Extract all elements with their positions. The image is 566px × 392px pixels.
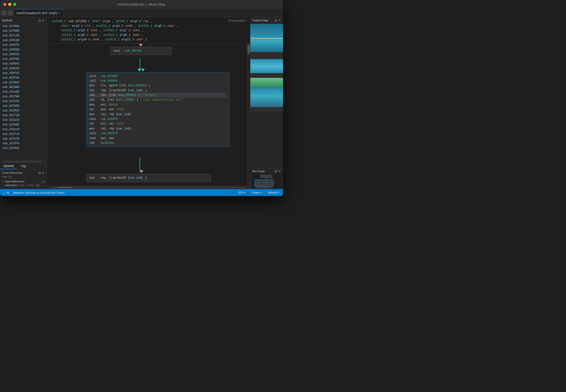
sidebar-item-sub_422a10[interactable]: sub_422a10 [0, 118, 47, 122]
ins-o3: rcx, qword [rel [101, 83, 126, 88]
status-elf-menu[interactable]: ELF ▾ [237, 191, 247, 195]
sidebar-item-sub_420510[interactable]: sub_420510 [0, 52, 47, 57]
sidebar-item-sub_422b60[interactable]: sub_422b60 [0, 122, 47, 127]
ins-row-13: call sub_4d5b70 [89, 131, 226, 136]
feature-map-close-icon[interactable]: ✕ [278, 18, 281, 22]
ins-hex7: 0x1c8 [109, 102, 118, 107]
mini-graph-close-icon[interactable]: ✕ [278, 169, 281, 173]
ins-o4b: ] [145, 88, 147, 93]
xref-close-icon[interactable]: ✕ [42, 171, 45, 175]
sidebar-item-sub_420760[interactable]: sub_420760 [0, 57, 47, 61]
sidebar-item-sub_423370[interactable]: sub_423370 [0, 141, 47, 146]
fm-band-5 [250, 78, 283, 87]
param-type-8: int512_t [61, 33, 75, 37]
xref-address: 005338e2 [5, 184, 18, 187]
ins-mnemonic-call1: call [113, 49, 123, 53]
maximize-button[interactable] [13, 3, 16, 6]
sidebar-item-sub_422720[interactable]: sub_422720 [0, 113, 47, 118]
ins-m5: lea [89, 93, 99, 98]
h-scroll-thumb[interactable] [58, 187, 72, 188]
sidebar-scroll-right-icon[interactable]: › [44, 160, 47, 163]
fn-sig-line-1: uint64_t sub_4213b0 ( char* arg1 , int64… [52, 19, 246, 24]
ins-m15: jne [89, 141, 99, 145]
sidebar-item-sub_422cc0[interactable]: sub_422cc0 [0, 127, 47, 132]
xref-data-refs-label: Data References [5, 180, 25, 183]
tab-symbols[interactable]: Symbols [0, 163, 17, 169]
tab-elf-graph[interactable]: lsec6521update.bin (ELF Graph) × [14, 9, 63, 17]
h-scroll-left-icon[interactable]: ‹ [47, 186, 50, 189]
graph-vscroll[interactable] [247, 44, 250, 186]
ins-sub420940[interactable]: sub_420940 [101, 79, 117, 83]
window-title: lsec6521update.bin — Binary Ninja [117, 2, 165, 6]
param-name-2: arg2 [131, 19, 138, 23]
sidebar-item-sub_421e80[interactable]: sub_421e80 [0, 90, 47, 94]
ins-var12: {var_1e8} [116, 126, 131, 131]
sidebar-item-sub_41f990[interactable]: sub_41f990 [0, 28, 47, 33]
sidebar-item-sub_420e30[interactable]: sub_420e30 [0, 66, 47, 71]
sidebar-close-icon[interactable]: ✕ [42, 18, 45, 22]
close-button[interactable] [3, 3, 6, 6]
sidebar-item-sub_422fc0[interactable]: sub_422fc0 [0, 132, 47, 137]
mini-graph-header: Mini Graph ⊞ ✕ [252, 169, 281, 174]
sidebar-scroll-track [4, 161, 43, 162]
ins-row-2: call sub_420940 [89, 79, 226, 83]
ins-421e18[interactable]: 0x421e18 [101, 141, 114, 145]
tab-tags[interactable]: Tags [17, 163, 30, 169]
sidebar-item-sub_4201d0[interactable]: sub_4201d0 [0, 38, 47, 43]
ins-data5338e2[interactable]: data_5338e2 [116, 98, 135, 102]
sidebar-item-sub_422500[interactable]: sub_422500 [0, 104, 47, 108]
xref-expand-icon[interactable]: ⊞ [38, 171, 41, 175]
param-name-9: arg9 [120, 33, 127, 37]
param-reg-11: zmm7 [136, 38, 143, 41]
feature-map-expand-icon[interactable]: ⊞ [275, 18, 277, 22]
ins-data52f672[interactable]: data_52f672 [118, 93, 136, 98]
param-type-7: int512_t [103, 28, 118, 32]
sidebar-expand-icon[interactable]: ⊞ [38, 18, 41, 22]
param-name-10: arg10 [77, 38, 87, 41]
sidebar-item-sub_41f860[interactable]: sub_41f860 [0, 24, 47, 28]
sidebar-item-sub_420940[interactable]: sub_420940 [0, 61, 47, 66]
status-options-menu[interactable]: Options ▾ [266, 191, 280, 195]
sidebar-list[interactable]: sub_41f860sub_41f990sub_41fc20sub_4201d0… [0, 24, 47, 160]
ins-sub4169f0[interactable]: sub_4169f0 [101, 117, 117, 121]
param-reg-6: zmm2 [90, 28, 98, 32]
ins-data5a00c0[interactable]: data_5a00c0 [128, 83, 146, 88]
sidebar-scroll-left-icon[interactable]: ‹ [0, 160, 3, 163]
fm-band-2 [250, 52, 283, 59]
sidebar-item-sub_41fc20[interactable]: sub_41fc20 [0, 33, 47, 38]
mini-graph-expand-icon[interactable]: ⊞ [275, 169, 277, 173]
sidebar-item-sub_420f20[interactable]: sub_420f20 [0, 71, 47, 75]
param-name-4: arg4 [112, 24, 120, 28]
tab-forward-button[interactable]: › [8, 10, 13, 16]
ins-m2: call [89, 79, 99, 83]
tab-close-icon[interactable]: × [59, 12, 61, 15]
tab-back-button[interactable]: ‹ [1, 10, 7, 16]
cfg-node-bottom-content: lea rbp, [rsp+0x120 {var_1e8} ] [87, 174, 210, 182]
fm-band-7 [250, 88, 283, 107]
minimize-button[interactable] [8, 3, 11, 6]
sidebar-item-sub_423130[interactable]: sub_423130 [0, 137, 47, 141]
ins-sub4210e0[interactable]: sub_4210e0 [101, 74, 117, 79]
xref-item[interactable]: ↔ 005338e2 char const dat [2, 183, 45, 188]
at-sign-5: @ [87, 28, 88, 32]
graph-vscroll-thumb[interactable] [247, 44, 250, 54]
sidebar-item-sub_420fe0[interactable]: sub_420fe0 [0, 75, 47, 80]
h-scroll-right-icon[interactable]: › [247, 186, 250, 189]
disassembly-button[interactable]: Disassembly ▾ [228, 19, 247, 22]
sidebar-item-sub_4234e0[interactable]: sub_4234e0 [0, 146, 47, 151]
ins-operand-sub420fe0[interactable]: sub_420fe0 [125, 49, 142, 53]
graph-area[interactable]: call sub_420fe0 call sub_4210e0 [47, 44, 250, 186]
xref-filter[interactable]: Filter (1) [2, 175, 12, 178]
ins-row-1: call sub_4210e0 [89, 74, 226, 79]
sidebar-item-sub_4210e0[interactable]: sub_4210e0 [0, 80, 47, 85]
sidebar-item-sub_422610[interactable]: sub_422610 [0, 108, 47, 113]
sidebar-item-sub_4202f0[interactable]: sub_4202f0 [0, 43, 47, 47]
sidebar-item-sub_421fb0[interactable]: sub_421fb0 [0, 94, 47, 99]
sidebar-item-sub_4203e0[interactable]: sub_4203e0 [0, 47, 47, 52]
ins-o14: eax, eax [101, 136, 114, 141]
sidebar-item-sub_4213b0[interactable]: sub_4213b0 [0, 85, 47, 90]
ins-sub4d5b70[interactable]: sub_4d5b70 [101, 131, 117, 136]
svg-rect-6 [256, 187, 272, 188]
sidebar-item-sub_422120[interactable]: sub_422120 [0, 99, 47, 104]
status-graph-menu[interactable]: Graph ▾ [250, 191, 262, 195]
